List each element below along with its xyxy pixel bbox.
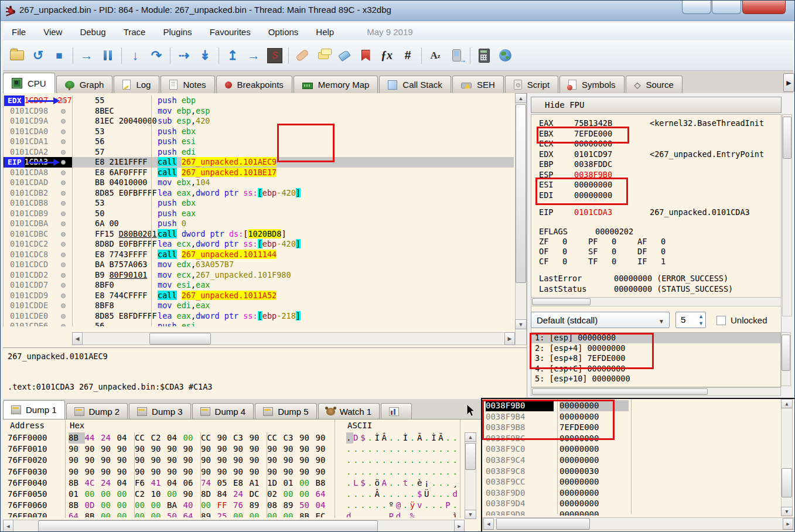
hexdump-row[interactable]: 76FF00008B442404CCC20400CC90C390CCC39090… [3, 432, 465, 444]
disasm-row[interactable]: 0101CDBCFF15 D80B0201call dword ptr ds:[… [3, 229, 514, 240]
dump-tab-dump-2[interactable]: Dump 2 [66, 403, 128, 419]
breakpoint-dot[interactable] [61, 109, 66, 114]
breakpoint-dot[interactable] [61, 273, 66, 278]
skip-icon[interactable]: S [266, 47, 284, 64]
breakpoint-dot[interactable] [61, 212, 66, 216]
open-file-icon[interactable] [8, 47, 26, 64]
run-to-icon[interactable]: ⇢ [175, 47, 193, 64]
disasm-row[interactable]: 0101CD9A81EC 20040000sub esp,420 [3, 116, 514, 127]
disasm-row[interactable]: 0101CDADBB 04010000mov ebx,104 [3, 178, 514, 188]
breakpoint-dot[interactable] [61, 129, 66, 134]
register-row[interactable]: ESI00000000 [531, 180, 781, 190]
hexdump-row[interactable]: 76FF003090909090909090909090909090909090… [3, 466, 465, 478]
breakpoint-dot[interactable] [61, 160, 66, 165]
menu-item-view[interactable]: View [35, 25, 71, 39]
dump-tab-dump-3[interactable]: Dump 3 [129, 403, 191, 419]
hexdump-row[interactable]: 76FF005001000000C21000908D8424DC02000064… [3, 489, 465, 500]
disasm-row[interactable]: 0101CDE08D85 E8FDFFFFlea eax,dword ptr s… [3, 311, 514, 322]
spinner-up-icon[interactable]: ▲ [698, 313, 704, 319]
spinner-down-icon[interactable]: ▼ [698, 320, 704, 326]
argument-row[interactable]: 3: [esp+8] 7EFDE000 [531, 353, 780, 364]
breakpoint-dot[interactable] [61, 98, 66, 103]
register-row[interactable]: EAX75B1342B<kernel32.BaseThreadInit [531, 118, 781, 129]
run-icon[interactable]: → [78, 47, 95, 64]
step-down-icon[interactable]: ↡ [196, 47, 214, 64]
register-row[interactable]: EDX0101CD97<267_unpacked.EntryPoint [531, 149, 781, 160]
tab-notes[interactable]: Notes [161, 76, 214, 93]
dump-tab-watch-1[interactable]: Watch 1 [318, 403, 380, 419]
stack-row[interactable]: 0038F9C400000000 [482, 455, 780, 466]
argument-row[interactable]: 2: [esp+4] 00000000 [531, 343, 780, 354]
menu-item-help[interactable]: Help [307, 25, 343, 39]
stack-row[interactable]: 0038F9D400000000 [482, 498, 780, 509]
hexdump-row[interactable]: 76FF002090909090909090909090909090909090… [3, 455, 465, 466]
tab-source[interactable]: ◇Source [626, 76, 683, 93]
tab-log[interactable]: Log [114, 76, 159, 93]
calculator-icon[interactable] [475, 47, 493, 64]
close-button[interactable] [742, 1, 786, 14]
disasm-row[interactable]: 0101CD988BECmov ebp,esp [3, 106, 514, 117]
disasm-scroll-right-icon[interactable]: ▶ [504, 332, 515, 345]
disasm-row[interactable]: 0101CDD2B9 80F90101mov ecx,267_unpacked.… [3, 270, 514, 281]
disasm-hscrollbar[interactable] [72, 332, 515, 345]
breakpoint-dot[interactable] [61, 324, 66, 326]
comment-icon[interactable] [315, 47, 332, 64]
tab-overflow-button[interactable]: ▶ [783, 73, 794, 92]
register-row[interactable]: EBP0038FDDC [531, 159, 781, 170]
hex-scroll-down-icon[interactable]: ▼ [465, 510, 476, 519]
disasm-row[interactable]: 0101CDA8E8 6AF0FFFFcall 267_unpacked.101… [3, 168, 514, 178]
stack-row[interactable]: 0038F9BC00000000 [482, 433, 780, 444]
flags-row[interactable]: ZF0PF0AF0 [531, 237, 781, 247]
args-vscroll-thumb[interactable] [782, 335, 790, 371]
unlocked-checkbox[interactable] [716, 316, 726, 325]
regs-hscroll-thumb[interactable] [532, 298, 591, 305]
hash-icon[interactable]: # [399, 47, 417, 64]
stack-row[interactable]: 0038F9C000000000 [482, 444, 780, 455]
disasm-row[interactable]: 0101CDA257push edi [3, 147, 514, 158]
stack-vscroll-thumb[interactable] [782, 468, 792, 497]
eflags-row[interactable]: EFLAGS00000202 [531, 227, 781, 237]
step-over-icon[interactable]: ↷ [148, 47, 165, 64]
breakpoint-dot[interactable] [61, 221, 66, 226]
disasm-row[interactable]: 0101CDDE8BF8mov edi,eax [3, 301, 514, 311]
register-row[interactable]: EDI00000000 [531, 190, 781, 201]
argument-row[interactable]: 4: [esp+C] 00000000 [531, 364, 780, 374]
last-status-row[interactable]: LastStatus00000000 (STATUS_SUCCESS) [531, 284, 781, 295]
stack-hscroll-thumb[interactable] [496, 518, 590, 530]
disasm-row[interactable]: 0101CDB950push eax [3, 209, 514, 219]
maximize-button[interactable] [712, 1, 741, 14]
hexdump-header-ascii[interactable]: ASCII [347, 421, 372, 432]
stack-row[interactable]: 0038F9C800000030 [482, 466, 780, 477]
dump-tab-dump-5[interactable]: Dump 5 [255, 403, 317, 419]
disasm-row[interactable]: 0101CDD78BF0mov esi,eax [3, 280, 514, 291]
stack-row[interactable]: 0038F9B000000000 [482, 400, 780, 411]
tab-symbols[interactable]: Symbols [559, 76, 625, 93]
patch-icon[interactable] [294, 47, 311, 64]
breakpoint-dot[interactable] [61, 191, 66, 196]
disasm-row[interactable]: 0101CDE656push esi [3, 321, 514, 326]
breakpoint-dot[interactable] [61, 201, 66, 206]
breakpoint-dot[interactable] [61, 283, 66, 288]
disasm-row[interactable]: 0101CDC8E8 7743FFFFcall 267_unpacked.101… [3, 250, 514, 260]
tab-breakpoints[interactable]: Breakpoints [216, 76, 292, 93]
hexdump-row[interactable]: 76FF001090909090909090909090909090909090… [3, 444, 465, 455]
stack-row[interactable]: 0038F9B87EFDE000 [482, 422, 780, 433]
disasm-row[interactable]: 0101CDC28D8D E0FBFFFFlea ecx,dword ptr s… [3, 239, 514, 250]
functions-icon[interactable]: ƒx [378, 47, 395, 64]
attach-icon[interactable] [448, 47, 465, 64]
regs-vscroll-thumb[interactable] [783, 117, 791, 159]
strings-icon[interactable]: Az [426, 47, 444, 64]
hexdump-row[interactable]: 76FF0070648B0000000050648925000000008BEC… [3, 511, 465, 517]
disassembly-panel[interactable]: 0101CD97 <26755push ebp0101CD988BECmov e… [3, 93, 527, 347]
globe-icon[interactable] [496, 47, 514, 64]
step-into-icon[interactable]: ↓ [127, 47, 144, 64]
dump-tab-dump-4[interactable]: Dump 4 [192, 403, 254, 419]
register-row-eip[interactable]: EIP0101CDA3267_unpacked.0101CDA3 [531, 207, 781, 218]
disasm-scroll-left-icon[interactable]: ◀ [72, 332, 83, 345]
dump-tab-partial[interactable] [381, 403, 412, 419]
menu-item-plugins[interactable]: Plugins [154, 25, 200, 39]
step-out-icon[interactable]: ↥ [224, 47, 241, 64]
disasm-scroll-down-icon[interactable]: ▼ [515, 319, 527, 329]
hex-scroll-left-icon[interactable]: ◀ [3, 520, 13, 532]
stack-row[interactable]: 0038F9D800000000 [482, 509, 780, 516]
